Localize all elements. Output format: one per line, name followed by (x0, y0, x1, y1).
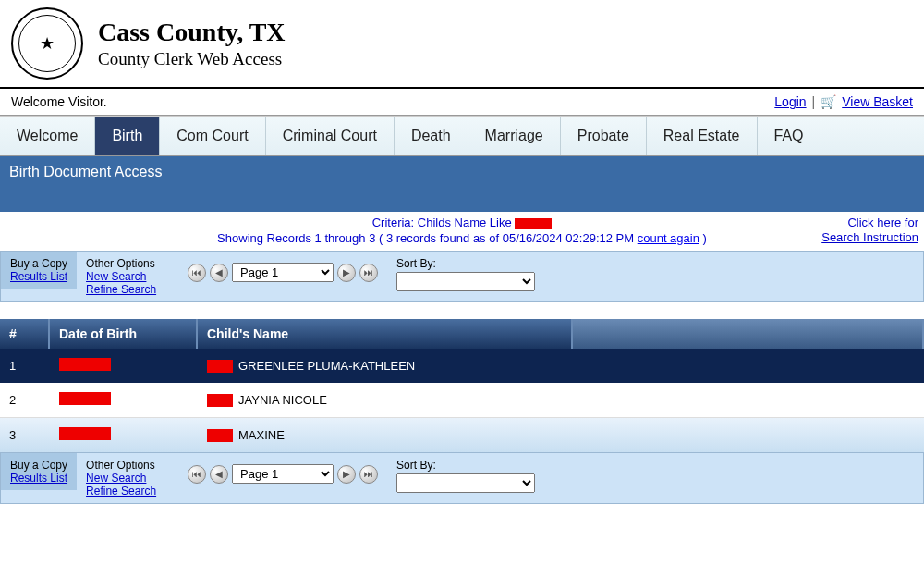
sort-by-select[interactable] (396, 272, 535, 291)
last-page-button[interactable]: ⏭ (359, 264, 378, 282)
criteria-label: Criteria: Childs Name Like (372, 215, 512, 229)
row-number: 2 (0, 384, 50, 416)
results-table: # Date of Birth Child's Name 1 GREENLEE … (0, 319, 924, 452)
pager: ⏮ ◀ Page 1 ▶ ⏭ (178, 453, 387, 489)
toolbar-bottom: Buy a Copy Results List Other Options Ne… (0, 452, 924, 504)
refine-search-link[interactable]: Refine Search (86, 485, 169, 498)
tab-faq[interactable]: FAQ (758, 117, 821, 155)
buy-copy-label: Buy a Copy (10, 459, 67, 472)
other-options-label: Other Options (86, 459, 169, 472)
tab-com-court[interactable]: Com Court (160, 117, 265, 155)
nav-tabs: Welcome Birth Com Court Criminal Court D… (0, 116, 924, 156)
divider: | (812, 94, 816, 109)
showing-end: ) (699, 231, 707, 245)
table-row[interactable]: 2 JAYNIA NICOLE (0, 383, 924, 418)
sort-by-label: Sort By: (396, 257, 535, 270)
row-number: 3 (0, 419, 50, 451)
tab-probate[interactable]: Probate (561, 117, 647, 155)
sort-by-select[interactable] (396, 473, 535, 493)
dob-redacted (59, 392, 111, 405)
table-header: # Date of Birth Child's Name (0, 319, 924, 349)
dob-redacted (59, 358, 111, 371)
col-dob[interactable]: Date of Birth (50, 319, 198, 349)
child-name: GREENLEE PLUMA-KATHLEEN (238, 359, 415, 373)
login-link[interactable]: Login (774, 94, 806, 109)
results-list-link[interactable]: Results List (10, 270, 67, 283)
tab-real-estate[interactable]: Real Estate (647, 117, 758, 155)
first-page-button[interactable]: ⏮ (188, 465, 206, 484)
name-redacted (207, 394, 233, 407)
county-seal: ★ (11, 7, 83, 80)
page-select[interactable]: Page 1 (232, 464, 334, 484)
dob-redacted (59, 427, 111, 440)
tab-criminal-court[interactable]: Criminal Court (266, 117, 395, 155)
new-search-link[interactable]: New Search (86, 472, 169, 485)
prev-page-button[interactable]: ◀ (210, 465, 228, 484)
page-subtitle: County Clerk Web Access (98, 49, 286, 69)
tab-death[interactable]: Death (395, 117, 468, 155)
showing-records: Showing Records 1 through 3 ( 3 records … (217, 231, 638, 245)
table-row[interactable]: 1 GREENLEE PLUMA-KATHLEEN (0, 349, 924, 383)
toolbar-top: Buy a Copy Results List Other Options Ne… (0, 251, 924, 302)
welcome-greeting: Welcome Visitor. (11, 94, 107, 109)
page-select[interactable]: Page 1 (232, 263, 334, 282)
buy-copy-label: Buy a Copy (10, 257, 67, 270)
page-header: ★ Cass County, TX County Clerk Web Acces… (0, 0, 924, 89)
prev-page-button[interactable]: ◀ (210, 264, 228, 282)
section-spacer (0, 188, 924, 212)
other-options-label: Other Options (86, 257, 169, 270)
view-basket-link[interactable]: View Basket (842, 94, 913, 109)
page-title: Cass County, TX (98, 18, 286, 47)
tab-marriage[interactable]: Marriage (468, 117, 561, 155)
row-number: 1 (0, 350, 50, 382)
section-title: Birth Document Access (0, 156, 924, 188)
star-icon: ★ (40, 33, 55, 54)
welcome-bar: Welcome Visitor. Login | 🛒 View Basket (0, 89, 924, 116)
tab-birth[interactable]: Birth (95, 117, 160, 155)
col-rest (573, 319, 924, 349)
name-redacted (207, 360, 233, 373)
last-page-button[interactable]: ⏭ (359, 465, 378, 484)
child-name: JAYNIA NICOLE (238, 393, 327, 407)
cart-icon: 🛒 (821, 94, 836, 109)
sort-by-label: Sort By: (396, 459, 535, 472)
next-page-button[interactable]: ▶ (337, 465, 356, 484)
criteria-redacted (515, 218, 552, 229)
pager: ⏮ ◀ Page 1 ▶ ⏭ (178, 252, 387, 288)
col-name[interactable]: Child's Name (198, 319, 573, 349)
count-again-link[interactable]: count again (638, 231, 699, 245)
table-row[interactable]: 3 MAXINE (0, 418, 924, 452)
first-page-button[interactable]: ⏮ (188, 264, 206, 282)
refine-search-link[interactable]: Refine Search (86, 283, 169, 296)
new-search-link[interactable]: New Search (86, 270, 169, 283)
results-list-link[interactable]: Results List (10, 472, 67, 485)
tab-welcome[interactable]: Welcome (0, 117, 95, 155)
col-number[interactable]: # (0, 319, 50, 349)
next-page-button[interactable]: ▶ (337, 264, 356, 282)
criteria-area: Criteria: Childs Name Like Showing Recor… (0, 212, 924, 251)
child-name: MAXINE (238, 428, 285, 442)
name-redacted (207, 429, 233, 442)
search-instructions-link[interactable]: Click here for Search Instruction (821, 215, 918, 244)
